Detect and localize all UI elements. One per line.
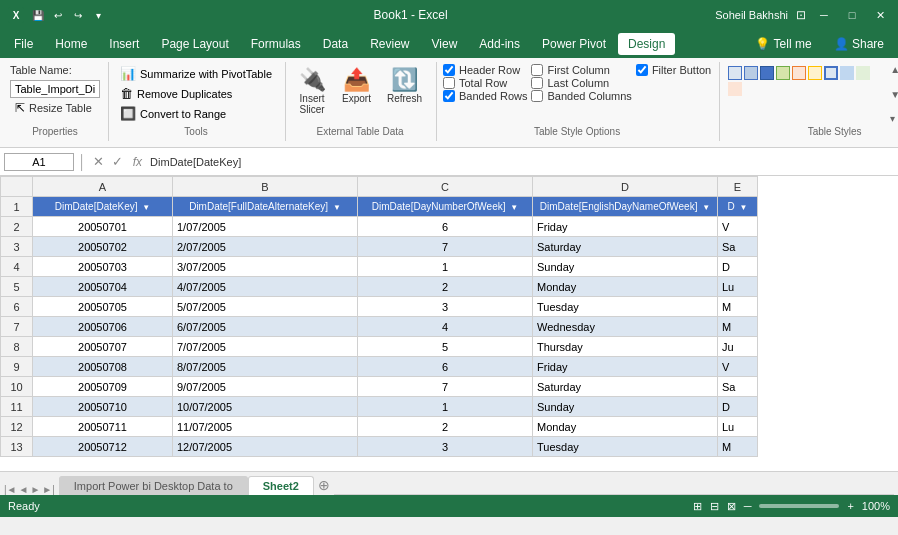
style-swatch[interactable]: [808, 66, 822, 80]
cell-8-2[interactable]: 5: [358, 337, 533, 357]
style-swatch[interactable]: [856, 66, 870, 80]
zoom-in-button[interactable]: +: [847, 500, 853, 512]
menu-design[interactable]: Design: [618, 33, 675, 55]
cell-11-3[interactable]: Sunday: [533, 397, 718, 417]
cell-12-2[interactable]: 2: [358, 417, 533, 437]
cell-4-3[interactable]: Sunday: [533, 257, 718, 277]
menu-power-pivot[interactable]: Power Pivot: [532, 33, 616, 55]
filter-dropdown-D[interactable]: ▼: [702, 203, 710, 212]
cell-5-1[interactable]: 4/07/2005: [173, 277, 358, 297]
cell-9-0[interactable]: 20050708: [33, 357, 173, 377]
cell-12-1[interactable]: 11/07/2005: [173, 417, 358, 437]
cell-13-3[interactable]: Tuesday: [533, 437, 718, 457]
view-normal-button[interactable]: ⊞: [693, 500, 702, 513]
menu-addins[interactable]: Add-ins: [469, 33, 530, 55]
table-col-header-C[interactable]: DimDate[DayNumberOfWeek] ▼: [358, 197, 533, 217]
view-page-layout-button[interactable]: ⊟: [710, 500, 719, 513]
convert-to-range-button[interactable]: 🔲 Convert to Range: [115, 104, 277, 123]
sheet-tab-1[interactable]: Import Power bi Desktop Data to: [59, 476, 248, 495]
cell-13-4[interactable]: M: [718, 437, 758, 457]
filter-button-checkbox-item[interactable]: Filter Button: [636, 64, 711, 76]
col-header-D[interactable]: D: [533, 177, 718, 197]
header-row-checkbox[interactable]: [443, 64, 455, 76]
undo-qa-button[interactable]: ↩: [50, 7, 66, 23]
cell-3-1[interactable]: 2/07/2005: [173, 237, 358, 257]
style-swatch-active[interactable]: [824, 66, 838, 80]
col-header-A[interactable]: A: [33, 177, 173, 197]
cell-7-2[interactable]: 4: [358, 317, 533, 337]
col-header-E[interactable]: E: [718, 177, 758, 197]
filter-dropdown-A[interactable]: ▼: [142, 203, 150, 212]
spreadsheet-scroll[interactable]: A B C D E 1 DimDate[DateKey] ▼ DimDate[F…: [0, 176, 898, 471]
minimize-button[interactable]: ─: [814, 5, 834, 25]
redo-qa-button[interactable]: ↪: [70, 7, 86, 23]
view-page-break-button[interactable]: ⊠: [727, 500, 736, 513]
styles-dropdown[interactable]: ▾: [890, 113, 898, 124]
cell-3-0[interactable]: 20050702: [33, 237, 173, 257]
cell-11-4[interactable]: D: [718, 397, 758, 417]
cell-4-0[interactable]: 20050703: [33, 257, 173, 277]
cell-4-1[interactable]: 3/07/2005: [173, 257, 358, 277]
cell-2-1[interactable]: 1/07/2005: [173, 217, 358, 237]
menu-formulas[interactable]: Formulas: [241, 33, 311, 55]
cell-10-1[interactable]: 9/07/2005: [173, 377, 358, 397]
zoom-out-button[interactable]: ─: [744, 500, 752, 512]
banded-columns-checkbox-item[interactable]: Banded Columns: [531, 90, 631, 102]
add-sheet-button[interactable]: ⊕: [314, 475, 334, 495]
tell-me-button[interactable]: 💡 Tell me: [745, 33, 822, 55]
cell-8-4[interactable]: Ju: [718, 337, 758, 357]
menu-page-layout[interactable]: Page Layout: [151, 33, 238, 55]
cell-10-0[interactable]: 20050709: [33, 377, 173, 397]
remove-duplicates-button[interactable]: 🗑 Remove Duplicates: [115, 84, 277, 103]
menu-home[interactable]: Home: [45, 33, 97, 55]
cell-5-0[interactable]: 20050704: [33, 277, 173, 297]
table-col-header-E[interactable]: D ▼: [718, 197, 758, 217]
style-swatch[interactable]: [792, 66, 806, 80]
cell-6-2[interactable]: 3: [358, 297, 533, 317]
total-row-checkbox-item[interactable]: Total Row: [443, 77, 528, 89]
menu-insert[interactable]: Insert: [99, 33, 149, 55]
cell-11-2[interactable]: 1: [358, 397, 533, 417]
col-header-B[interactable]: B: [173, 177, 358, 197]
style-swatch[interactable]: [776, 66, 790, 80]
style-swatch[interactable]: [728, 82, 742, 96]
cell-9-3[interactable]: Friday: [533, 357, 718, 377]
first-column-checkbox[interactable]: [531, 64, 543, 76]
cell-12-4[interactable]: Lu: [718, 417, 758, 437]
style-swatch[interactable]: [760, 66, 774, 80]
header-row-checkbox-item[interactable]: Header Row: [443, 64, 528, 76]
cell-5-4[interactable]: Lu: [718, 277, 758, 297]
total-row-checkbox[interactable]: [443, 77, 455, 89]
filter-dropdown-C[interactable]: ▼: [510, 203, 518, 212]
insert-slicer-button[interactable]: 🔌 InsertSlicer: [292, 64, 332, 118]
banded-columns-checkbox[interactable]: [531, 90, 543, 102]
tab-nav-next[interactable]: ►: [30, 484, 40, 495]
cell-5-2[interactable]: 2: [358, 277, 533, 297]
table-col-header-B[interactable]: DimDate[FullDateAlternateKey] ▼: [173, 197, 358, 217]
style-swatch[interactable]: [728, 66, 742, 80]
cell-7-3[interactable]: Wednesday: [533, 317, 718, 337]
cell-4-2[interactable]: 1: [358, 257, 533, 277]
table-col-header-A[interactable]: DimDate[DateKey] ▼: [33, 197, 173, 217]
style-swatch[interactable]: [744, 66, 758, 80]
col-header-C[interactable]: C: [358, 177, 533, 197]
menu-data[interactable]: Data: [313, 33, 358, 55]
filter-dropdown-E[interactable]: ▼: [740, 203, 748, 212]
cell-11-1[interactable]: 10/07/2005: [173, 397, 358, 417]
cell-9-1[interactable]: 8/07/2005: [173, 357, 358, 377]
cell-3-2[interactable]: 7: [358, 237, 533, 257]
customize-qa-button[interactable]: ▾: [90, 7, 106, 23]
ribbon-toggle-button[interactable]: ⊡: [796, 8, 806, 22]
table-name-input[interactable]: [10, 80, 100, 98]
cell-2-3[interactable]: Friday: [533, 217, 718, 237]
cell-7-0[interactable]: 20050706: [33, 317, 173, 337]
banded-rows-checkbox[interactable]: [443, 90, 455, 102]
cell-2-0[interactable]: 20050701: [33, 217, 173, 237]
menu-view[interactable]: View: [422, 33, 468, 55]
cell-13-2[interactable]: 3: [358, 437, 533, 457]
tab-nav-first[interactable]: |◄: [4, 484, 17, 495]
styles-scroll-up[interactable]: ▲: [890, 64, 898, 75]
menu-review[interactable]: Review: [360, 33, 419, 55]
tab-nav-last[interactable]: ►|: [42, 484, 55, 495]
cell-7-1[interactable]: 6/07/2005: [173, 317, 358, 337]
